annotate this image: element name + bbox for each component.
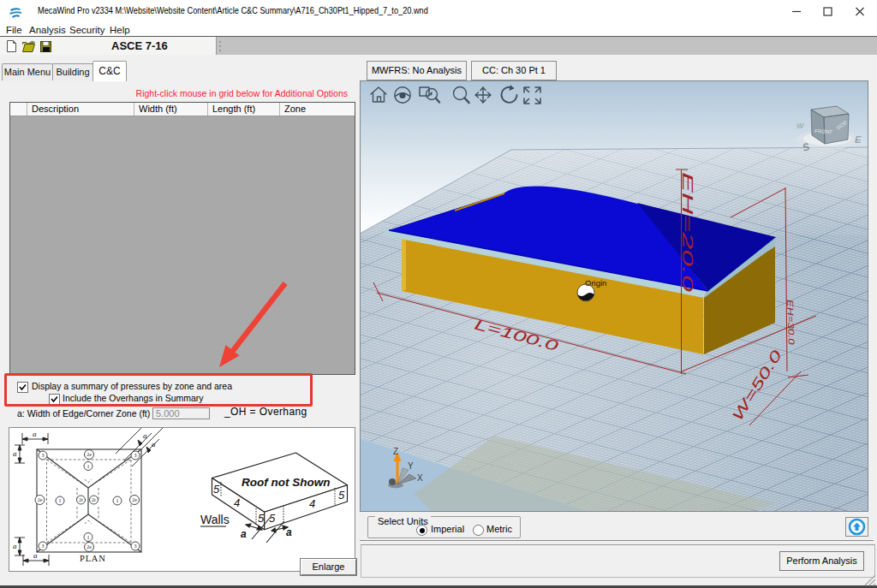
svg-text:4: 4 <box>234 496 240 509</box>
svg-text:5: 5 <box>213 483 220 496</box>
svg-text:5: 5 <box>258 512 265 525</box>
svg-text:Origin: Origin <box>585 278 606 288</box>
svg-text:FRONT: FRONT <box>814 128 832 134</box>
svg-text:2e: 2e <box>38 497 43 502</box>
svg-text:Z: Z <box>393 447 398 456</box>
svg-text:a: a <box>33 430 37 438</box>
svg-text:1: 1 <box>87 464 90 469</box>
svg-text:Roof not Shown: Roof not Shown <box>242 476 330 489</box>
svg-text:Y: Y <box>408 461 414 471</box>
svg-text:a: a <box>241 528 247 540</box>
svg-text:5: 5 <box>338 489 345 502</box>
svg-text:2e: 2e <box>87 544 92 549</box>
svg-text:a: a <box>152 440 156 448</box>
svg-text:E: E <box>855 134 862 145</box>
svg-text:3: 3 <box>42 453 45 458</box>
svg-text:X: X <box>417 473 423 483</box>
svg-text:1: 1 <box>87 535 90 540</box>
svg-text:PLAN: PLAN <box>80 554 106 563</box>
svg-text:1: 1 <box>59 498 62 503</box>
svg-text:3: 3 <box>134 453 137 458</box>
svg-text:a: a <box>13 449 17 458</box>
svg-text:3: 3 <box>134 543 137 549</box>
svg-text:2r: 2r <box>79 497 83 502</box>
svg-text:2e: 2e <box>87 452 92 457</box>
svg-text:Walls: Walls <box>200 513 230 526</box>
svg-text:a: a <box>13 542 17 550</box>
svg-text:4: 4 <box>309 497 315 510</box>
svg-text:EH=20.0: EH=20.0 <box>679 172 695 292</box>
svg-text:1: 1 <box>116 498 119 503</box>
svg-text:a: a <box>33 551 38 560</box>
svg-text:2r: 2r <box>92 497 96 502</box>
svg-text:3: 3 <box>42 543 45 549</box>
svg-text:EH=30.0: EH=30.0 <box>785 300 796 346</box>
svg-text:2e: 2e <box>132 497 137 502</box>
svg-text:a: a <box>143 431 147 440</box>
